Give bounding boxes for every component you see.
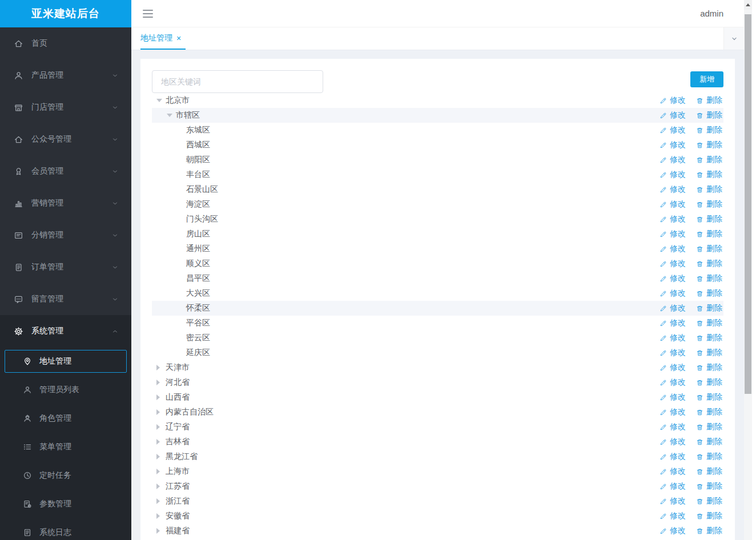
tree-row[interactable]: 门头沟区修改删除: [152, 212, 723, 227]
delete-button[interactable]: 删除: [696, 362, 722, 373]
expand-arrow-icon[interactable]: [156, 483, 166, 489]
expand-arrow-icon[interactable]: [156, 469, 166, 474]
delete-button[interactable]: 删除: [696, 110, 722, 120]
user-menu[interactable]: admin: [700, 9, 723, 18]
expand-arrow-icon[interactable]: [156, 99, 166, 102]
edit-button[interactable]: 修改: [660, 303, 686, 313]
tree-row[interactable]: 西城区修改删除: [152, 138, 723, 152]
expand-arrow-icon[interactable]: [156, 424, 166, 430]
tree-row[interactable]: 延庆区修改删除: [152, 345, 723, 360]
delete-button[interactable]: 删除: [696, 452, 722, 462]
edit-button[interactable]: 修改: [660, 333, 686, 343]
sidebar-subitem-menu[interactable]: 菜单管理: [0, 433, 131, 461]
tree-row[interactable]: 上海市修改删除: [152, 464, 723, 479]
tree-row[interactable]: 海淀区修改删除: [152, 197, 723, 212]
edit-button[interactable]: 修改: [660, 184, 686, 195]
sidebar-item-product[interactable]: 产品管理: [0, 59, 131, 91]
tree-row[interactable]: 江苏省修改删除: [152, 479, 723, 494]
expand-arrow-icon[interactable]: [156, 439, 166, 445]
sidebar-item-order[interactable]: 订单管理: [0, 251, 131, 283]
delete-button[interactable]: 删除: [696, 318, 722, 328]
delete-button[interactable]: 删除: [696, 140, 722, 150]
edit-button[interactable]: 修改: [660, 422, 686, 432]
delete-button[interactable]: 删除: [696, 526, 722, 536]
expand-arrow-icon[interactable]: [156, 394, 166, 400]
tree-row[interactable]: 房山区修改删除: [152, 227, 723, 241]
edit-button[interactable]: 修改: [660, 244, 686, 254]
tree-row[interactable]: 黑龙江省修改删除: [152, 449, 723, 464]
sidebar-item-system[interactable]: 系统管理: [0, 315, 131, 347]
delete-button[interactable]: 删除: [696, 377, 722, 388]
sidebar-item-store[interactable]: 门店管理: [0, 91, 131, 123]
edit-button[interactable]: 修改: [660, 110, 686, 120]
expand-arrow-icon[interactable]: [156, 513, 166, 519]
scrollbar-thumb[interactable]: [745, 14, 751, 394]
tree-row[interactable]: 辽宁省修改删除: [152, 420, 723, 434]
delete-button[interactable]: 删除: [696, 244, 722, 254]
tree-row[interactable]: 浙江省修改删除: [152, 494, 723, 509]
edit-button[interactable]: 修改: [660, 125, 686, 135]
sidebar-subitem-admin-list[interactable]: 管理员列表: [0, 376, 131, 404]
delete-button[interactable]: 删除: [696, 155, 722, 165]
tree-row[interactable]: 通州区修改删除: [152, 241, 723, 256]
delete-button[interactable]: 删除: [696, 199, 722, 209]
delete-button[interactable]: 删除: [696, 184, 722, 195]
delete-button[interactable]: 删除: [696, 170, 722, 180]
tree-row[interactable]: 内蒙古自治区修改删除: [152, 405, 723, 420]
expand-arrow-icon[interactable]: [156, 498, 166, 504]
edit-button[interactable]: 修改: [660, 511, 686, 521]
sidebar-subitem-param[interactable]: 参数管理: [0, 490, 131, 518]
edit-button[interactable]: 修改: [660, 199, 686, 209]
edit-button[interactable]: 修改: [660, 362, 686, 373]
sidebar-item-member[interactable]: 会员管理: [0, 155, 131, 187]
edit-button[interactable]: 修改: [660, 229, 686, 239]
edit-button[interactable]: 修改: [660, 214, 686, 224]
delete-button[interactable]: 删除: [696, 392, 722, 402]
tree-row[interactable]: 丰台区修改删除: [152, 167, 723, 182]
tab-address-management[interactable]: 地址管理 ×: [140, 27, 186, 50]
sidebar-subitem-log[interactable]: 系统日志: [0, 518, 131, 540]
edit-button[interactable]: 修改: [660, 481, 686, 491]
delete-button[interactable]: 删除: [696, 481, 722, 491]
delete-button[interactable]: 删除: [696, 422, 722, 432]
tree-row[interactable]: 顺义区修改删除: [152, 256, 723, 271]
delete-button[interactable]: 删除: [696, 437, 722, 447]
expand-arrow-icon[interactable]: [156, 409, 166, 415]
sidebar-subitem-role[interactable]: 角色管理: [0, 404, 131, 433]
tree-row[interactable]: 安徽省修改删除: [152, 509, 723, 523]
hamburger-menu-icon[interactable]: [143, 7, 153, 20]
tree-row[interactable]: 山西省修改删除: [152, 390, 723, 405]
edit-button[interactable]: 修改: [660, 348, 686, 358]
delete-button[interactable]: 删除: [696, 273, 722, 284]
edit-button[interactable]: 修改: [660, 140, 686, 150]
sidebar-item-official-account[interactable]: 公众号管理: [0, 123, 131, 155]
sidebar-item-home[interactable]: 首页: [0, 27, 131, 59]
tree-row[interactable]: 福建省修改删除: [152, 523, 723, 538]
edit-button[interactable]: 修改: [660, 526, 686, 536]
edit-button[interactable]: 修改: [660, 170, 686, 180]
delete-button[interactable]: 删除: [696, 259, 722, 269]
delete-button[interactable]: 删除: [696, 288, 722, 299]
edit-button[interactable]: 修改: [660, 318, 686, 328]
tree-row[interactable]: 平谷区修改删除: [152, 316, 723, 331]
tree-row[interactable]: 市辖区修改删除: [152, 108, 723, 123]
tree-row[interactable]: 河北省修改删除: [152, 375, 723, 390]
delete-button[interactable]: 删除: [696, 511, 722, 521]
edit-button[interactable]: 修改: [660, 466, 686, 477]
expand-arrow-icon[interactable]: [156, 380, 166, 385]
tree-row[interactable]: 石景山区修改删除: [152, 182, 723, 197]
delete-button[interactable]: 删除: [696, 303, 722, 313]
tabs-expand-button[interactable]: [723, 27, 744, 50]
edit-button[interactable]: 修改: [660, 377, 686, 388]
tree-row[interactable]: 大兴区修改删除: [152, 286, 723, 301]
tree-row[interactable]: 北京市修改删除: [152, 93, 723, 108]
tree-row[interactable]: 朝阳区修改删除: [152, 152, 723, 167]
tree-row[interactable]: 东城区修改删除: [152, 123, 723, 138]
delete-button[interactable]: 删除: [696, 407, 722, 417]
edit-button[interactable]: 修改: [660, 452, 686, 462]
sidebar-subitem-cron[interactable]: 定时任务: [0, 461, 131, 490]
delete-button[interactable]: 删除: [696, 229, 722, 239]
expand-arrow-icon[interactable]: [156, 365, 166, 370]
edit-button[interactable]: 修改: [660, 407, 686, 417]
edit-button[interactable]: 修改: [660, 496, 686, 506]
